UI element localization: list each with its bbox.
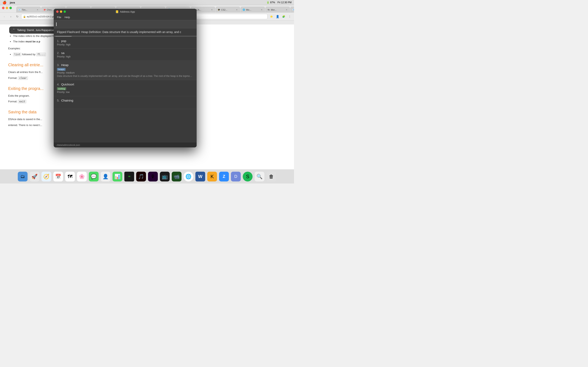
- modal-menu-help[interactable]: Help: [65, 16, 70, 19]
- list-item-4[interactable]: 4. Quicksort sorting Priority: low: [54, 80, 197, 96]
- list-item-3-tag-container: heaps: [57, 67, 193, 71]
- list-item-4-tag-container: sorting: [57, 87, 193, 91]
- modal-title: 📒 Address App: [115, 10, 135, 13]
- modal-menubar: File Help: [54, 15, 197, 20]
- list-item-3[interactable]: 3. Heap heaps Priority: medium Data stru…: [54, 61, 197, 80]
- modal-input-area[interactable]: [54, 20, 197, 28]
- modal-traffic-lights: [56, 10, 66, 13]
- list-item-3-name: Heap: [61, 63, 69, 67]
- list-item-2-name: sa: [61, 51, 65, 55]
- modal-overlay: 📒 Address App File Help Flipped Flashcar…: [0, 0, 294, 184]
- modal-close-button[interactable]: [56, 10, 59, 13]
- modal-title-text-label: Address App: [120, 10, 135, 13]
- list-item-1-title: 1. pop: [57, 39, 193, 43]
- list-item-4-title: 4. Quicksort: [57, 83, 193, 86]
- list-item-3-priority: Priority: medium: [57, 71, 193, 74]
- list-item-3-title: 3. Heap: [57, 63, 193, 67]
- list-item-5-name: Chaining: [61, 99, 73, 102]
- modal-result: Flipped Flashcard: Heap Definition: Data…: [54, 28, 197, 36]
- flipped-card-text: Flipped Flashcard: Heap Definition: Data…: [57, 30, 181, 34]
- list-item-3-number: 3.: [57, 63, 60, 67]
- list-item-4-number: 4.: [57, 83, 60, 86]
- list-item-5[interactable]: 5. Chaining: [54, 96, 197, 109]
- list-item-2[interactable]: 2. sa Priority: high: [54, 49, 197, 61]
- list-item-4-priority: Priority: low: [57, 91, 193, 94]
- modal-statusbar-path: ./data/addressbook.json: [56, 144, 80, 146]
- list-item-2-priority: Priority: high: [57, 55, 193, 58]
- list-item-1-number: 1.: [57, 39, 60, 43]
- list-item-1[interactable]: 1. pop Priority: high: [54, 37, 197, 49]
- modal-scrollbar-indicator[interactable]: [54, 36, 197, 37]
- address-app-window: 📒 Address App File Help Flipped Flashcar…: [54, 9, 197, 147]
- modal-statusbar: ./data/addressbook.json: [54, 142, 197, 147]
- modal-menu-file[interactable]: File: [57, 16, 61, 19]
- modal-minimize-button[interactable]: [60, 10, 62, 13]
- modal-title-icon: 📒: [115, 10, 119, 13]
- list-item-1-priority: Priority: high: [57, 43, 193, 46]
- list-item-2-title: 2. sa: [57, 51, 193, 55]
- list-item-4-name: Quicksort: [61, 83, 74, 86]
- modal-titlebar: 📒 Address App: [54, 9, 197, 15]
- list-item-3-tag: heaps: [57, 68, 66, 71]
- modal-scrollbar-thumb[interactable]: [55, 36, 72, 37]
- list-item-4-tag: sorting: [57, 87, 66, 90]
- list-item-2-number: 2.: [57, 51, 60, 55]
- text-cursor: [56, 22, 57, 26]
- list-item-3-description: Data structure that is usually implement…: [57, 75, 193, 77]
- modal-fullscreen-button[interactable]: [63, 10, 66, 13]
- list-item-5-number: 5.: [57, 99, 60, 102]
- modal-list[interactable]: 1. pop Priority: high 2. sa Priority: hi…: [54, 37, 197, 142]
- list-item-5-title: 5. Chaining: [57, 99, 193, 102]
- list-item-1-name: pop: [61, 39, 66, 43]
